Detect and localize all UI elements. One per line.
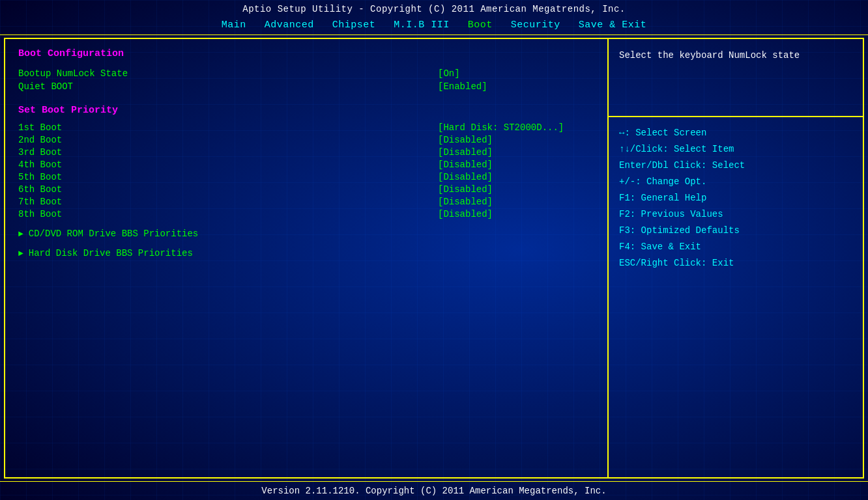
- submenu-arrow-icon: ►: [18, 229, 23, 239]
- submenu-label: CD/DVD ROM Drive BBS Priorities: [29, 229, 198, 239]
- help-box: Select the keyboard NumLock state: [609, 39, 863, 117]
- boot-label: 1st Boot: [18, 122, 96, 133]
- boot-value: [Hard Disk: ST2000D...]: [438, 122, 594, 133]
- nav-item-chipset[interactable]: Chipset: [332, 20, 376, 31]
- key-line: F2: Previous Values: [619, 208, 852, 221]
- boot-label: 8th Boot: [18, 209, 96, 219]
- keys-box: ↔: Select Screen↑↓/Click: Select ItemEnt…: [609, 117, 863, 477]
- config-value: [Enabled]: [438, 81, 594, 92]
- key-line: ↑↓/Click: Select Item: [619, 143, 852, 156]
- boot-label: 4th Boot: [18, 160, 96, 170]
- nav-item-advanced[interactable]: Advanced: [265, 20, 314, 31]
- boot-label: 7th Boot: [18, 197, 96, 207]
- key-line: ↔: Select Screen: [619, 126, 852, 140]
- key-line: F3: Optimized Defaults: [619, 224, 852, 238]
- nav-item-main[interactable]: Main: [222, 20, 246, 31]
- boot-row[interactable]: 1st Boot [Hard Disk: ST2000D...]: [18, 122, 594, 133]
- boot-row[interactable]: 7th Boot [Disabled]: [18, 197, 594, 207]
- boot-value: [Disabled]: [438, 160, 594, 170]
- boot-value: [Disabled]: [438, 147, 594, 158]
- key-line: ESC/Right Click: Exit: [619, 257, 852, 270]
- submenu-item[interactable]: ► Hard Disk Drive BBS Priorities: [18, 248, 594, 258]
- boot-config-title: Boot Configuration: [18, 48, 594, 59]
- boot-label: 3rd Boot: [18, 147, 96, 158]
- key-line: Enter/Dbl Click: Select: [619, 159, 852, 173]
- left-panel: Boot Configuration Bootup NumLock State …: [5, 39, 609, 477]
- submenu-arrow-icon: ►: [18, 249, 23, 258]
- config-label: Bootup NumLock State: [18, 68, 128, 79]
- title-bar: Aptio Setup Utility - Copyright (C) 2011…: [0, 0, 868, 17]
- submenu-item[interactable]: ► CD/DVD ROM Drive BBS Priorities: [18, 229, 594, 239]
- boot-row[interactable]: 5th Boot [Disabled]: [18, 172, 594, 182]
- set-boot-priority-title: Set Boot Priority: [18, 105, 594, 116]
- config-value: [On]: [438, 68, 594, 79]
- nav-menu: MainAdvancedChipsetM.I.B IIIBootSecurity…: [0, 17, 868, 35]
- boot-value: [Disabled]: [438, 172, 594, 182]
- nav-item-security[interactable]: Security: [511, 20, 560, 31]
- help-text: Select the keyboard NumLock state: [619, 48, 852, 62]
- config-row[interactable]: Quiet BOOT [Enabled]: [18, 81, 594, 92]
- boot-value: [Disabled]: [438, 197, 594, 207]
- key-line: +/-: Change Opt.: [619, 175, 852, 189]
- boot-label: 2nd Boot: [18, 135, 96, 145]
- boot-label: 5th Boot: [18, 172, 96, 182]
- footer: Version 2.11.1210. Copyright (C) 2011 Am…: [0, 481, 868, 500]
- key-line: F4: Save & Exit: [619, 240, 852, 254]
- boot-row[interactable]: 8th Boot [Disabled]: [18, 209, 594, 219]
- config-row[interactable]: Bootup NumLock State [On]: [18, 68, 594, 79]
- boot-row[interactable]: 4th Boot [Disabled]: [18, 160, 594, 170]
- boot-row[interactable]: 6th Boot [Disabled]: [18, 184, 594, 195]
- key-line: F1: General Help: [619, 191, 852, 205]
- boot-row[interactable]: 3rd Boot [Disabled]: [18, 147, 594, 158]
- content-area: Boot Configuration Bootup NumLock State …: [4, 38, 864, 479]
- nav-item-save---exit[interactable]: Save & Exit: [579, 20, 647, 31]
- nav-item-boot[interactable]: Boot: [468, 20, 493, 31]
- boot-value: [Disabled]: [438, 135, 594, 145]
- right-panel: Select the keyboard NumLock state ↔: Sel…: [609, 39, 863, 477]
- boot-value: [Disabled]: [438, 184, 594, 195]
- submenu-label: Hard Disk Drive BBS Priorities: [29, 248, 193, 258]
- boot-value: [Disabled]: [438, 209, 594, 219]
- boot-row[interactable]: 2nd Boot [Disabled]: [18, 135, 594, 145]
- config-label: Quiet BOOT: [18, 81, 73, 92]
- nav-item-m-i-b-iii[interactable]: M.I.B III: [394, 20, 450, 31]
- boot-label: 6th Boot: [18, 184, 96, 195]
